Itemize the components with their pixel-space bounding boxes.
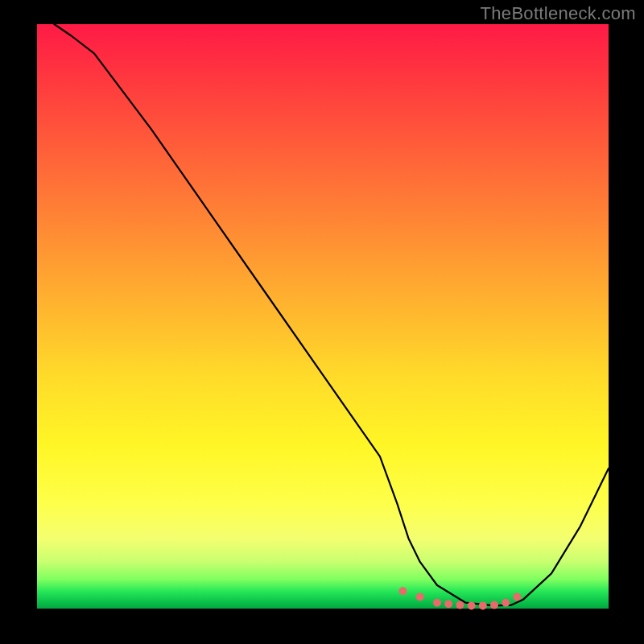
watermark-text: TheBottleneck.com [481, 3, 636, 24]
highlight-dot [433, 599, 441, 607]
highlight-dot [490, 601, 498, 609]
highlight-dot [456, 601, 464, 609]
highlight-dot [479, 601, 487, 609]
highlight-dot [502, 599, 510, 607]
highlight-dot [444, 600, 452, 608]
highlight-dot [513, 593, 521, 601]
bottleneck-curve [54, 24, 609, 605]
plot-area [37, 24, 609, 609]
chart-frame: TheBottleneck.com [0, 0, 644, 644]
highlight-dot [468, 601, 476, 609]
highlight-dot [398, 587, 407, 595]
highlight-dot [416, 593, 424, 601]
curve-svg [37, 24, 609, 609]
